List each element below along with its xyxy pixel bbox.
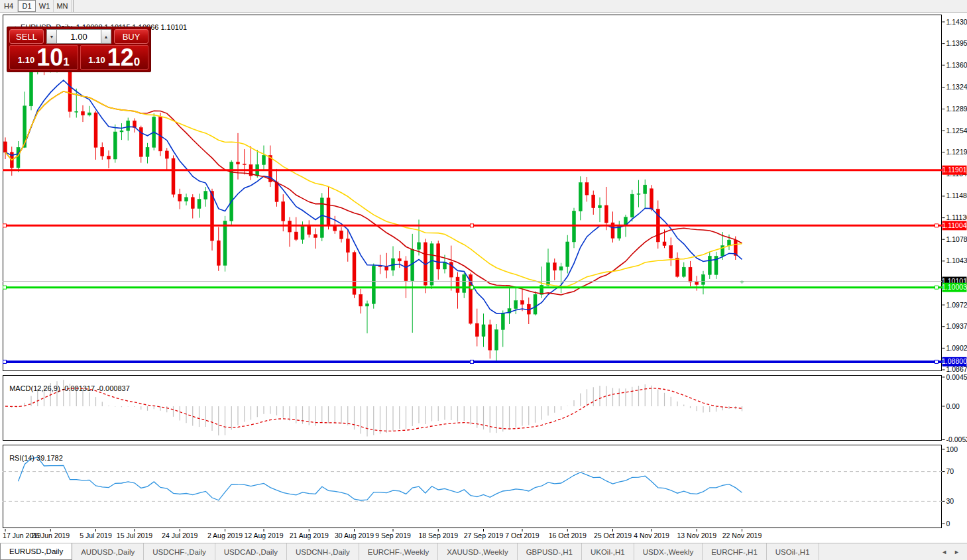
chart-tab-eurchf-h1[interactable]: EURCHF-,H1 <box>703 543 767 560</box>
timeframe-button-mn[interactable]: MN <box>54 0 72 12</box>
date-tick-label: 21 Aug 2019 <box>290 532 329 539</box>
axis-tick-label: 1.12890 <box>946 105 967 113</box>
chart-tab-audusd-daily[interactable]: AUDUSD-,Daily <box>72 543 144 560</box>
chart-tabbar: EURUSD-,DailyAUDUSD-,DailyUSDCHF-,DailyU… <box>0 543 967 560</box>
chart-tab-usdchf-daily[interactable]: USDCHF-,Daily <box>144 543 215 560</box>
axis-tick-label: -0.00520 <box>946 435 967 443</box>
axis-tick-label: 1.12540 <box>946 127 967 135</box>
axis-tick-label: 30 <box>946 497 954 505</box>
chart-tab-usoil-h1[interactable]: USOil-,H1 <box>767 543 819 560</box>
chart-tab-ukoil-h1[interactable]: UKOil-,H1 <box>582 543 634 560</box>
tabs-scroll-right-icon[interactable]: ► <box>950 549 963 555</box>
chart-tab-usdcnh-daily[interactable]: USDCNH-,Daily <box>287 543 359 560</box>
price-badge-label: 1.11004 <box>942 221 966 229</box>
date-tick-label: 2 Aug 2019 <box>207 532 243 539</box>
chart-tab-usdx-weekly[interactable]: USDX-,Weekly <box>634 543 703 560</box>
date-tick-label: 25 Oct 2019 <box>594 532 632 539</box>
date-tick-label: 22 Nov 2019 <box>722 532 762 539</box>
macd-values: -0.001317 -0.000837 <box>62 384 130 392</box>
timeframe-toolbar: H4D1W1MN <box>0 0 967 13</box>
buy-button[interactable]: BUY <box>114 29 148 44</box>
volume-increase-icon[interactable]: ▲ <box>101 29 111 44</box>
date-tick-label: 16 Oct 2019 <box>549 532 587 539</box>
line-handle[interactable] <box>3 360 7 363</box>
line-handle[interactable] <box>471 224 474 227</box>
axis-tick-label: 1.09720 <box>946 301 967 309</box>
axis-tick-label: 0 <box>946 520 950 528</box>
axis-tick-label: 1.09370 <box>946 322 967 330</box>
axis-tick-label: 1.13950 <box>946 39 967 47</box>
price-axis: 1.143001.139501.136001.132401.128901.125… <box>942 18 967 528</box>
volume-input[interactable]: 1.00 <box>57 29 101 44</box>
axis-tick-label: 1.09020 <box>946 344 967 352</box>
rsi-value: 39.1782 <box>36 454 63 462</box>
axis-tick-label: 1.14300 <box>946 18 967 26</box>
chart-tab-usdcad-daily[interactable]: USDCAD-,Daily <box>215 543 287 560</box>
rsi-indicator-label: RSI(14) 39.1782 <box>5 446 63 462</box>
date-tick-label: 26 Jun 2019 <box>31 532 70 539</box>
price-badge-label: 1.08800 <box>942 357 967 365</box>
date-tick-label: 27 Sep 2019 <box>464 532 504 539</box>
tabs-scroll-left-icon[interactable]: ◄ <box>938 549 950 555</box>
timeframe-button-d1[interactable]: D1 <box>18 0 36 12</box>
chart-tab-xauusd-weekly[interactable]: XAUUSD-,Weekly <box>438 543 517 560</box>
axis-tick-label: 1.12190 <box>946 148 967 156</box>
toolbar-separator <box>73 0 74 12</box>
axis-tick-label: 1.13600 <box>946 61 967 69</box>
axis-tick-label: 0.004536 <box>946 373 967 381</box>
one-click-trade-panel: SELL ▼ 1.00 ▲ BUY 1.10 10 1 1.10 12 0 <box>7 27 151 72</box>
line-handle[interactable] <box>3 286 7 289</box>
date-tick-label: 24 Jul 2019 <box>162 532 198 539</box>
line-handle[interactable] <box>935 224 939 227</box>
line-handle[interactable] <box>471 360 474 363</box>
chart-tab-eurusd-daily[interactable]: EURUSD-,Daily <box>0 543 72 560</box>
axis-tick-label: 1.10780 <box>946 235 967 243</box>
buy-price-sup: 0 <box>134 56 140 68</box>
volume-decrease-icon[interactable]: ▼ <box>46 29 57 44</box>
date-tick-label: 9 Sep 2019 <box>375 532 411 539</box>
axis-tick-label: 1.11480 <box>946 192 967 199</box>
axis-tick-label: 1.10430 <box>946 256 967 264</box>
sell-price-sup: 1 <box>63 56 69 68</box>
date-tick-label: 4 Nov 2019 <box>634 532 669 539</box>
volume-spinner: ▼ 1.00 ▲ <box>46 29 111 44</box>
axis-tick-label: 1.13240 <box>946 83 967 91</box>
chart-canvas: 1.143001.139501.136001.132401.128901.125… <box>0 0 967 560</box>
line-handle[interactable] <box>935 360 939 363</box>
axis-tick-label: 100 <box>946 445 958 453</box>
buy-price-box[interactable]: 1.10 12 0 <box>80 45 149 70</box>
date-tick-label: 18 Sep 2019 <box>418 532 458 539</box>
sell-price-small: 1.10 <box>18 56 34 68</box>
buy-price-small: 1.10 <box>88 56 105 68</box>
date-tick-label: 12 Aug 2019 <box>245 532 284 539</box>
rsi-name: RSI(14) <box>9 454 34 462</box>
axis-tick-label: 70 <box>946 467 954 475</box>
axis-tick-label: 0.00 <box>946 402 960 410</box>
macd-name: MACD(12,26,9) <box>9 384 60 392</box>
price-badge-label: 1.10003 <box>942 283 967 291</box>
axis-tick-label: 1.11130 <box>946 213 967 221</box>
chart-tab-eurchf-weekly[interactable]: EURCHF-,Weekly <box>359 543 438 560</box>
date-tick-label: 30 Aug 2019 <box>335 532 374 539</box>
date-tick-label: 7 Oct 2019 <box>505 532 540 539</box>
rsi-pane[interactable] <box>3 445 942 528</box>
price-badge-label: 1.11901 <box>942 166 966 174</box>
line-handle[interactable] <box>471 286 474 289</box>
chart-tab-gbpusd-h1[interactable]: GBPUSD-,H1 <box>518 543 582 560</box>
timeframe-button-w1[interactable]: W1 <box>36 0 54 12</box>
sell-button[interactable]: SELL <box>9 29 44 44</box>
date-axis: 17 Jun 201926 Jun 20195 Jul 201915 Jul 2… <box>3 529 762 539</box>
sell-price-big: 10 <box>36 48 63 68</box>
date-tick-label: 5 Jul 2019 <box>80 532 112 539</box>
date-tick-label: 13 Nov 2019 <box>677 532 716 539</box>
macd-pane[interactable] <box>3 376 942 441</box>
line-handle[interactable] <box>3 224 7 227</box>
macd-indicator-label: MACD(12,26,9) -0.001317 -0.000837 <box>5 376 130 392</box>
timeframe-button-h4[interactable]: H4 <box>0 0 18 12</box>
line-handle[interactable] <box>935 286 939 289</box>
buy-price-big: 12 <box>107 48 134 68</box>
date-tick-label: 15 Jul 2019 <box>117 532 152 539</box>
sell-price-box[interactable]: 1.10 10 1 <box>9 45 78 70</box>
tab-scroll-arrows: ◄► <box>938 543 967 560</box>
